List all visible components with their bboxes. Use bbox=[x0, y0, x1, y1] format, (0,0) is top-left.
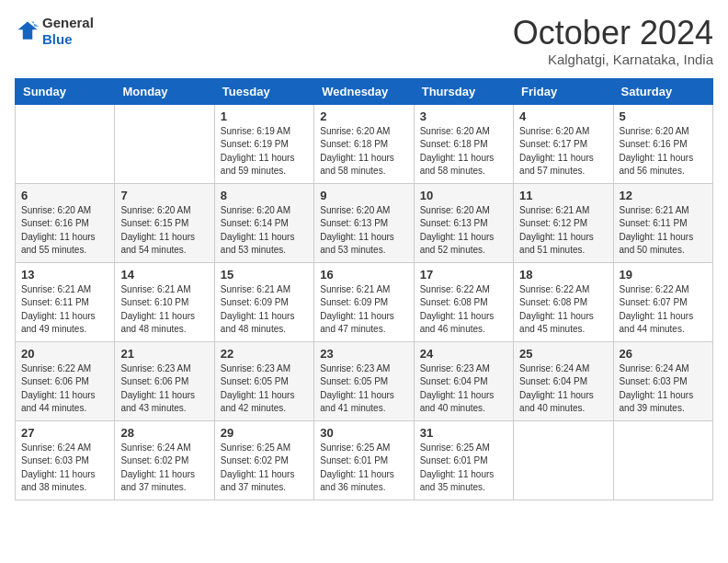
day-number: 7 bbox=[120, 189, 208, 202]
header-saturday: Saturday bbox=[613, 78, 712, 104]
cell-info: Sunrise: 6:22 AM Sunset: 6:08 PM Dayligh… bbox=[420, 283, 507, 337]
day-number: 1 bbox=[221, 109, 308, 123]
calendar-cell: 16Sunrise: 6:21 AM Sunset: 6:09 PM Dayli… bbox=[314, 262, 414, 341]
calendar-cell bbox=[514, 420, 613, 500]
calendar-cell: 24Sunrise: 6:23 AM Sunset: 6:04 PM Dayli… bbox=[414, 341, 513, 420]
calendar-cell: 13Sunrise: 6:21 AM Sunset: 6:11 PM Dayli… bbox=[16, 262, 115, 341]
logo-blue-text: Blue bbox=[42, 31, 94, 48]
day-number: 16 bbox=[320, 268, 407, 282]
cell-info: Sunrise: 6:20 AM Sunset: 6:14 PM Dayligh… bbox=[221, 204, 308, 258]
cell-info: Sunrise: 6:24 AM Sunset: 6:04 PM Dayligh… bbox=[519, 362, 607, 416]
calendar-cell: 5Sunrise: 6:20 AM Sunset: 6:16 PM Daylig… bbox=[613, 104, 712, 183]
day-number: 17 bbox=[420, 268, 507, 282]
logo-icon bbox=[15, 18, 40, 44]
day-number: 27 bbox=[21, 426, 108, 440]
cell-info: Sunrise: 6:23 AM Sunset: 6:05 PM Dayligh… bbox=[221, 362, 308, 416]
header-wednesday: Wednesday bbox=[314, 78, 414, 104]
calendar-cell: 14Sunrise: 6:21 AM Sunset: 6:10 PM Dayli… bbox=[115, 262, 214, 341]
day-number: 26 bbox=[620, 347, 707, 361]
cell-info: Sunrise: 6:21 AM Sunset: 6:11 PM Dayligh… bbox=[21, 283, 108, 337]
cell-info: Sunrise: 6:20 AM Sunset: 6:13 PM Dayligh… bbox=[420, 204, 507, 258]
cell-info: Sunrise: 6:25 AM Sunset: 6:02 PM Dayligh… bbox=[221, 442, 308, 495]
calendar-cell: 22Sunrise: 6:23 AM Sunset: 6:05 PM Dayli… bbox=[214, 341, 313, 420]
cell-info: Sunrise: 6:22 AM Sunset: 6:08 PM Dayligh… bbox=[519, 283, 607, 337]
calendar-cell: 31Sunrise: 6:25 AM Sunset: 6:01 PM Dayli… bbox=[414, 420, 513, 500]
day-number: 13 bbox=[21, 268, 108, 282]
header-tuesday: Tuesday bbox=[214, 78, 313, 104]
title-block: October 2024 Kalghatgi, Karnataka, India bbox=[513, 15, 713, 67]
header-sunday: Sunday bbox=[16, 78, 115, 104]
header-thursday: Thursday bbox=[414, 78, 513, 104]
calendar-cell: 6Sunrise: 6:20 AM Sunset: 6:16 PM Daylig… bbox=[16, 183, 115, 262]
calendar-cell: 26Sunrise: 6:24 AM Sunset: 6:03 PM Dayli… bbox=[613, 341, 712, 420]
cell-info: Sunrise: 6:20 AM Sunset: 6:15 PM Dayligh… bbox=[120, 204, 208, 258]
calendar-table: SundayMondayTuesdayWednesdayThursdayFrid… bbox=[15, 78, 713, 500]
day-number: 8 bbox=[221, 189, 308, 202]
calendar-cell: 9Sunrise: 6:20 AM Sunset: 6:13 PM Daylig… bbox=[314, 183, 414, 262]
calendar-week-3: 13Sunrise: 6:21 AM Sunset: 6:11 PM Dayli… bbox=[16, 262, 713, 341]
cell-info: Sunrise: 6:23 AM Sunset: 6:05 PM Dayligh… bbox=[320, 362, 407, 416]
day-number: 19 bbox=[620, 268, 707, 282]
calendar-cell: 29Sunrise: 6:25 AM Sunset: 6:02 PM Dayli… bbox=[214, 420, 313, 500]
cell-info: Sunrise: 6:20 AM Sunset: 6:18 PM Dayligh… bbox=[420, 125, 507, 178]
day-number: 30 bbox=[320, 426, 407, 440]
calendar-cell: 19Sunrise: 6:22 AM Sunset: 6:07 PM Dayli… bbox=[613, 262, 712, 341]
cell-info: Sunrise: 6:24 AM Sunset: 6:03 PM Dayligh… bbox=[620, 362, 707, 416]
calendar-cell: 8Sunrise: 6:20 AM Sunset: 6:14 PM Daylig… bbox=[214, 183, 313, 262]
day-number: 22 bbox=[221, 347, 308, 361]
day-number: 21 bbox=[120, 347, 208, 361]
header-friday: Friday bbox=[514, 78, 613, 104]
calendar-cell: 17Sunrise: 6:22 AM Sunset: 6:08 PM Dayli… bbox=[414, 262, 513, 341]
day-number: 12 bbox=[620, 189, 707, 202]
calendar-cell: 7Sunrise: 6:20 AM Sunset: 6:15 PM Daylig… bbox=[115, 183, 214, 262]
day-number: 20 bbox=[21, 347, 108, 361]
cell-info: Sunrise: 6:20 AM Sunset: 6:17 PM Dayligh… bbox=[519, 125, 607, 178]
day-number: 6 bbox=[21, 189, 108, 202]
month-title: October 2024 bbox=[513, 15, 713, 52]
calendar-header-row: SundayMondayTuesdayWednesdayThursdayFrid… bbox=[16, 78, 713, 104]
day-number: 11 bbox=[519, 189, 607, 202]
cell-info: Sunrise: 6:21 AM Sunset: 6:11 PM Dayligh… bbox=[620, 204, 707, 258]
cell-info: Sunrise: 6:20 AM Sunset: 6:16 PM Dayligh… bbox=[620, 125, 707, 178]
calendar-week-5: 27Sunrise: 6:24 AM Sunset: 6:03 PM Dayli… bbox=[16, 420, 713, 500]
cell-info: Sunrise: 6:24 AM Sunset: 6:03 PM Dayligh… bbox=[21, 442, 108, 495]
calendar-cell: 4Sunrise: 6:20 AM Sunset: 6:17 PM Daylig… bbox=[514, 104, 613, 183]
calendar-week-4: 20Sunrise: 6:22 AM Sunset: 6:06 PM Dayli… bbox=[16, 341, 713, 420]
calendar-cell: 1Sunrise: 6:19 AM Sunset: 6:19 PM Daylig… bbox=[214, 104, 313, 183]
cell-info: Sunrise: 6:24 AM Sunset: 6:02 PM Dayligh… bbox=[120, 442, 208, 495]
day-number: 29 bbox=[221, 426, 308, 440]
cell-info: Sunrise: 6:25 AM Sunset: 6:01 PM Dayligh… bbox=[420, 442, 507, 495]
day-number: 15 bbox=[221, 268, 308, 282]
calendar-cell: 10Sunrise: 6:20 AM Sunset: 6:13 PM Dayli… bbox=[414, 183, 513, 262]
calendar-cell: 21Sunrise: 6:23 AM Sunset: 6:06 PM Dayli… bbox=[115, 341, 214, 420]
day-number: 9 bbox=[320, 189, 407, 202]
day-number: 28 bbox=[120, 426, 208, 440]
calendar-cell: 28Sunrise: 6:24 AM Sunset: 6:02 PM Dayli… bbox=[115, 420, 214, 500]
calendar-cell: 23Sunrise: 6:23 AM Sunset: 6:05 PM Dayli… bbox=[314, 341, 414, 420]
day-number: 31 bbox=[420, 426, 507, 440]
calendar-cell bbox=[115, 104, 214, 183]
cell-info: Sunrise: 6:21 AM Sunset: 6:09 PM Dayligh… bbox=[221, 283, 308, 337]
calendar-cell bbox=[613, 420, 712, 500]
day-number: 4 bbox=[519, 109, 607, 123]
logo: General Blue bbox=[15, 15, 94, 48]
calendar-cell: 25Sunrise: 6:24 AM Sunset: 6:04 PM Dayli… bbox=[514, 341, 613, 420]
calendar-cell: 2Sunrise: 6:20 AM Sunset: 6:18 PM Daylig… bbox=[314, 104, 414, 183]
cell-info: Sunrise: 6:20 AM Sunset: 6:13 PM Dayligh… bbox=[320, 204, 407, 258]
day-number: 23 bbox=[320, 347, 407, 361]
cell-info: Sunrise: 6:20 AM Sunset: 6:18 PM Dayligh… bbox=[320, 125, 407, 178]
cell-info: Sunrise: 6:21 AM Sunset: 6:12 PM Dayligh… bbox=[519, 204, 607, 258]
day-number: 25 bbox=[519, 347, 607, 361]
calendar-cell: 18Sunrise: 6:22 AM Sunset: 6:08 PM Dayli… bbox=[514, 262, 613, 341]
cell-info: Sunrise: 6:22 AM Sunset: 6:07 PM Dayligh… bbox=[620, 283, 707, 337]
calendar-week-1: 1Sunrise: 6:19 AM Sunset: 6:19 PM Daylig… bbox=[16, 104, 713, 183]
calendar-week-2: 6Sunrise: 6:20 AM Sunset: 6:16 PM Daylig… bbox=[16, 183, 713, 262]
cell-info: Sunrise: 6:25 AM Sunset: 6:01 PM Dayligh… bbox=[320, 442, 407, 495]
day-number: 14 bbox=[120, 268, 208, 282]
day-number: 2 bbox=[320, 109, 407, 123]
day-number: 3 bbox=[420, 109, 507, 123]
day-number: 10 bbox=[420, 189, 507, 202]
calendar-cell: 11Sunrise: 6:21 AM Sunset: 6:12 PM Dayli… bbox=[514, 183, 613, 262]
calendar-cell: 12Sunrise: 6:21 AM Sunset: 6:11 PM Dayli… bbox=[613, 183, 712, 262]
calendar-cell: 30Sunrise: 6:25 AM Sunset: 6:01 PM Dayli… bbox=[314, 420, 414, 500]
